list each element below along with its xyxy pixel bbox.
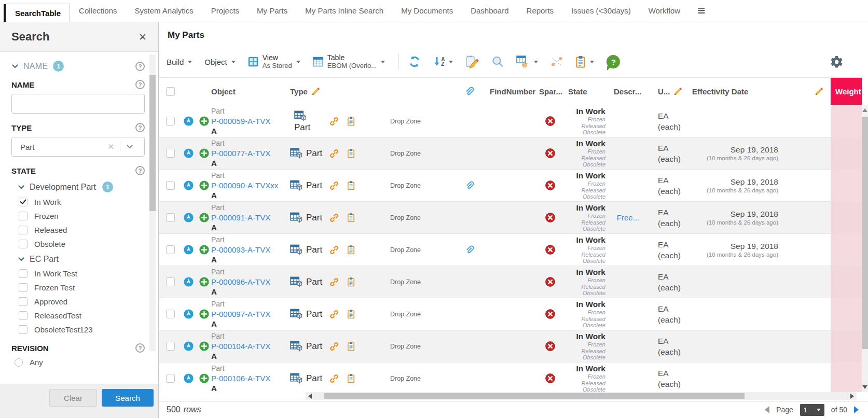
clear-icon[interactable]: ✕ xyxy=(107,142,120,151)
radio-button[interactable] xyxy=(15,358,23,367)
column-weight[interactable]: Weight xyxy=(831,78,862,105)
checkbox[interactable] xyxy=(19,283,27,292)
tab-dashboard[interactable]: Dashboard xyxy=(462,0,517,22)
row-checkbox[interactable] xyxy=(166,310,175,318)
row-checkbox[interactable] xyxy=(166,149,175,158)
description-link[interactable]: Free... xyxy=(617,213,639,222)
drop-zone[interactable]: Drop Zone xyxy=(390,375,421,382)
help-icon[interactable]: ? xyxy=(135,166,145,175)
column-uom[interactable]: U... xyxy=(650,78,688,105)
tab-issues[interactable]: Issues (<30days) xyxy=(562,0,640,22)
tab-my-parts[interactable]: My Parts xyxy=(248,0,296,22)
checkbox[interactable] xyxy=(19,269,27,278)
checkbox[interactable] xyxy=(19,325,27,334)
object-id-link[interactable]: P-000090-A-TVXxx xyxy=(211,180,278,190)
help-icon[interactable]: ? xyxy=(135,80,145,89)
filter-group-label[interactable]: NAME xyxy=(23,62,48,71)
edit-pencil-icon[interactable] xyxy=(312,87,320,95)
add-icon[interactable] xyxy=(199,277,209,287)
open-structure-icon[interactable] xyxy=(184,180,194,190)
link-icon[interactable] xyxy=(329,310,339,319)
state-option-released[interactable]: Released xyxy=(11,226,145,234)
checkbox[interactable] xyxy=(19,297,27,306)
help-icon[interactable]: ? xyxy=(135,343,145,353)
column-object[interactable]: Object xyxy=(211,78,290,105)
column-effectivity-date[interactable]: Effectivity Date xyxy=(688,78,780,105)
clipboard-icon[interactable] xyxy=(347,213,355,222)
clipboard-icon[interactable] xyxy=(347,341,355,351)
page-select[interactable]: 1 xyxy=(800,404,824,416)
add-icon[interactable] xyxy=(199,245,209,255)
scrollbar-thumb[interactable] xyxy=(862,117,868,349)
clipboard-icon[interactable] xyxy=(347,277,355,287)
link-icon[interactable] xyxy=(329,277,339,287)
tab-collections[interactable]: Collections xyxy=(70,0,126,22)
state-group-ec-part[interactable]: EC Part xyxy=(11,255,145,264)
hamburger-menu-icon[interactable]: ≡ xyxy=(689,0,713,22)
object-id-link[interactable]: P-000091-A-TVX xyxy=(211,213,270,222)
open-structure-icon[interactable] xyxy=(184,213,194,222)
open-structure-icon[interactable] xyxy=(184,373,194,383)
attachment-paperclip-icon[interactable] xyxy=(464,180,474,190)
clear-button[interactable]: Clear xyxy=(49,389,97,407)
link-icon[interactable] xyxy=(329,181,339,190)
next-page-arrow[interactable] xyxy=(854,406,859,413)
state-option-frozen-test[interactable]: Frozen Test xyxy=(11,283,145,292)
drop-zone[interactable]: Drop Zone xyxy=(390,278,421,286)
row-checkbox[interactable] xyxy=(166,213,175,222)
checkbox[interactable] xyxy=(19,198,27,206)
table-vertical-scrollbar[interactable] xyxy=(862,105,868,392)
drop-zone[interactable]: Drop Zone xyxy=(390,182,421,189)
help-button[interactable]: ? xyxy=(607,55,620,68)
link-icon[interactable] xyxy=(329,117,339,126)
search-in-table-button[interactable] xyxy=(491,55,504,68)
clipboard-icon[interactable] xyxy=(347,148,355,158)
type-combobox[interactable]: Part ✕ xyxy=(11,137,145,157)
link-icon[interactable] xyxy=(329,213,339,222)
drop-zone[interactable]: Drop Zone xyxy=(390,246,421,254)
open-structure-icon[interactable] xyxy=(184,245,194,255)
drop-zone[interactable]: Drop Zone xyxy=(390,214,421,221)
object-id-link[interactable]: P-000059-A-TVX xyxy=(211,116,270,126)
previous-page-arrow[interactable] xyxy=(765,406,769,413)
add-icon[interactable] xyxy=(199,148,209,158)
column-type[interactable]: Type xyxy=(290,78,329,105)
scroll-left-arrow[interactable] xyxy=(308,394,312,399)
scroll-down-arrow[interactable] xyxy=(862,385,867,389)
clipboard-icon[interactable] xyxy=(347,309,355,319)
close-icon[interactable]: ✕ xyxy=(139,31,147,43)
add-icon[interactable] xyxy=(199,309,209,319)
name-input[interactable] xyxy=(11,94,145,114)
attachment-paperclip-icon[interactable] xyxy=(464,245,474,255)
edit-pencil-icon[interactable] xyxy=(815,87,823,95)
state-option-approved[interactable]: Approved xyxy=(11,297,145,306)
state-option-in-work-test[interactable]: In Work Test xyxy=(11,269,145,278)
tab-my-parts-inline-search[interactable]: My Parts Inline Search xyxy=(296,0,392,22)
clipboard-button[interactable] xyxy=(575,55,594,68)
object-menu[interactable]: Object xyxy=(204,58,235,66)
checkbox[interactable] xyxy=(19,212,27,220)
add-icon[interactable] xyxy=(199,373,209,383)
help-icon[interactable]: ? xyxy=(135,123,145,132)
object-id-link[interactable]: P-000077-A-TVX xyxy=(211,148,270,158)
drop-zone[interactable]: Drop Zone xyxy=(390,150,421,157)
open-structure-icon[interactable] xyxy=(184,341,194,351)
scrollbar-thumb[interactable] xyxy=(149,75,156,211)
link-icon[interactable] xyxy=(329,149,339,158)
add-icon[interactable] xyxy=(199,213,209,222)
scrollbar-thumb[interactable] xyxy=(324,393,745,399)
clipboard-icon[interactable] xyxy=(347,373,355,383)
search-button[interactable]: Search xyxy=(102,389,154,407)
chevron-down-icon[interactable] xyxy=(126,143,133,150)
link-icon[interactable] xyxy=(329,245,339,255)
row-checkbox[interactable] xyxy=(166,342,175,351)
drop-zone[interactable]: Drop Zone xyxy=(390,311,421,318)
row-checkbox[interactable] xyxy=(166,374,175,383)
column-attachments[interactable] xyxy=(440,78,481,105)
open-structure-icon[interactable] xyxy=(184,309,194,319)
row-checkbox[interactable] xyxy=(166,277,175,286)
chevron-down-icon[interactable] xyxy=(18,256,25,263)
open-structure-icon[interactable] xyxy=(184,148,194,158)
object-id-link[interactable]: P-000096-A-TVX xyxy=(211,277,270,287)
state-option-obsolete[interactable]: Obsolete xyxy=(11,240,145,248)
